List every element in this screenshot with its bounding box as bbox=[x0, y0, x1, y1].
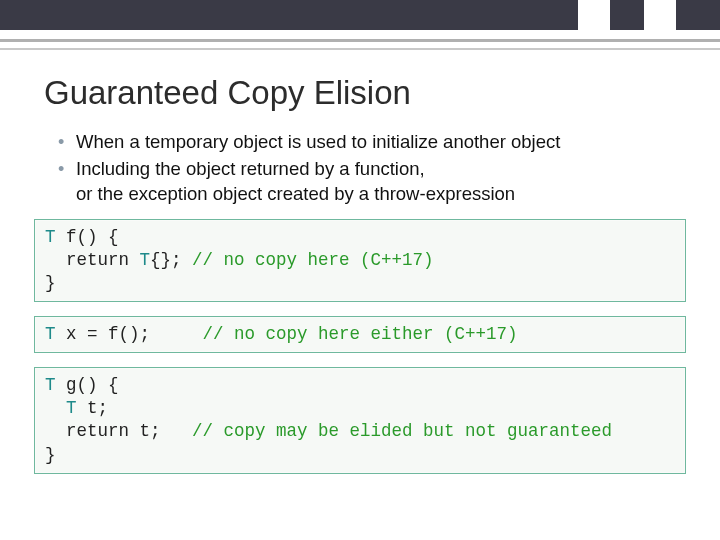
code-token-type: T bbox=[66, 398, 77, 418]
code-block-1: T f() { return T{}; // no copy here (C++… bbox=[34, 219, 686, 302]
code-token: } bbox=[45, 445, 56, 465]
header-dark-bar bbox=[0, 0, 720, 30]
code-token-comment: // copy may be elided but not guaranteed bbox=[192, 421, 612, 441]
code-section: T f() { return T{}; // no copy here (C++… bbox=[34, 219, 686, 474]
slide-title: Guaranteed Copy Elision bbox=[44, 74, 720, 112]
code-token: } bbox=[45, 273, 56, 293]
header-tab-cutout bbox=[644, 0, 676, 30]
code-token-type: T bbox=[45, 324, 56, 344]
code-block-2: T x = f(); // no copy here either (C++17… bbox=[34, 316, 686, 353]
header-tab-cutout bbox=[578, 0, 610, 30]
code-token: {}; bbox=[150, 250, 192, 270]
code-token-comment: // no copy here (C++17) bbox=[192, 250, 434, 270]
header-underline-thin bbox=[0, 48, 720, 50]
bullet-item: When a temporary object is used to initi… bbox=[58, 130, 684, 155]
code-token-comment: // no copy here either (C++17) bbox=[203, 324, 518, 344]
bullet-text: When a temporary object is used to initi… bbox=[76, 131, 560, 152]
bullet-text: Including the object returned by a funct… bbox=[76, 158, 425, 179]
code-token: return t; bbox=[45, 421, 192, 441]
code-token-type: T bbox=[45, 375, 56, 395]
bullet-continuation: or the exception object created by a thr… bbox=[76, 182, 684, 207]
code-token: return bbox=[45, 250, 140, 270]
slide-header-decor bbox=[0, 0, 720, 56]
code-token-type: T bbox=[140, 250, 151, 270]
code-token: x = f(); bbox=[56, 324, 203, 344]
header-underline bbox=[0, 30, 720, 42]
code-token-type: T bbox=[45, 227, 56, 247]
code-token: g() { bbox=[56, 375, 119, 395]
code-token bbox=[45, 398, 66, 418]
bullet-list: When a temporary object is used to initi… bbox=[58, 130, 684, 207]
bullet-item: Including the object returned by a funct… bbox=[58, 157, 684, 207]
code-token: t; bbox=[77, 398, 109, 418]
code-block-3: T g() { T t; return t; // copy may be el… bbox=[34, 367, 686, 473]
code-token: f() { bbox=[56, 227, 119, 247]
